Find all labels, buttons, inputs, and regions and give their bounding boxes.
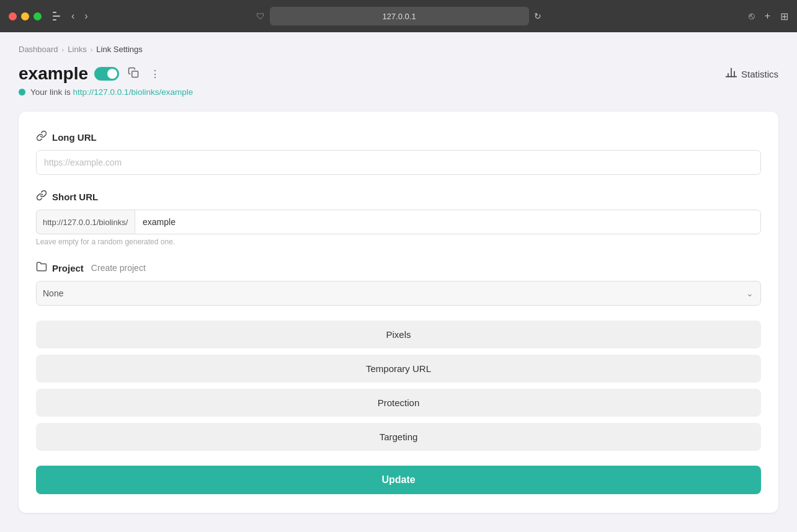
close-button[interactable]: [9, 12, 17, 20]
long-url-input[interactable]: [36, 150, 761, 175]
maximize-button[interactable]: [33, 12, 42, 20]
long-url-title: Long URL: [52, 132, 97, 143]
project-label: Project: [36, 261, 84, 275]
short-url-prefix-select[interactable]: http://127.0.0.1/biolinks/: [43, 218, 128, 227]
breadcrumb-current: Link Settings: [96, 45, 142, 54]
long-url-section: Long URL: [36, 130, 761, 175]
project-icon: [36, 261, 47, 275]
minimize-button[interactable]: [21, 12, 29, 20]
link-url-text: Your link is http://127.0.0.1/biolinks/e…: [30, 87, 193, 97]
copy-icon: [128, 67, 139, 78]
create-project-link[interactable]: Create project: [91, 263, 146, 273]
link-url-row: Your link is http://127.0.0.1/biolinks/e…: [19, 87, 778, 97]
statistics-button[interactable]: Statistics: [725, 66, 778, 82]
short-url-label: Short URL: [36, 190, 761, 203]
breadcrumb: Dashboard › Links › Link Settings: [19, 45, 778, 54]
update-button[interactable]: Update: [36, 466, 761, 494]
titlebar-right: ⎋ + ⊞: [749, 11, 788, 22]
temporary-url-section[interactable]: Temporary URL: [36, 355, 761, 383]
breadcrumb-links[interactable]: Links: [68, 45, 86, 54]
link-url-link[interactable]: http://127.0.0.1/biolinks/example: [73, 87, 194, 97]
link-toggle[interactable]: [94, 67, 119, 81]
project-select[interactable]: None: [36, 281, 761, 306]
short-url-row: http://127.0.0.1/biolinks/: [36, 210, 761, 234]
project-title: Project: [52, 263, 84, 273]
svg-rect-0: [132, 71, 138, 78]
forward-button[interactable]: ›: [82, 9, 90, 23]
address-bar[interactable]: [270, 7, 529, 25]
share-button[interactable]: ⎋: [749, 11, 755, 22]
breadcrumb-dashboard[interactable]: Dashboard: [19, 45, 58, 54]
more-options-button[interactable]: ⋮: [148, 66, 163, 82]
bar-chart-icon: [725, 66, 737, 79]
short-url-section: Short URL http://127.0.0.1/biolinks/ Lea…: [36, 190, 761, 246]
link-curve-icon: [36, 130, 47, 144]
breadcrumb-sep-1: ›: [62, 46, 65, 53]
address-bar-container: 🛡 ↻: [256, 7, 541, 25]
page-header-left: example ⋮: [19, 64, 163, 84]
page-header: example ⋮ Statistics: [19, 64, 778, 84]
traffic-lights: [9, 12, 42, 20]
project-section: Project Create project None: [36, 261, 761, 306]
protection-section[interactable]: Protection: [36, 389, 761, 417]
short-url-hint: Leave empty for a random generated one.: [36, 237, 761, 246]
settings-card: Long URL Short URL http://127.0.0.1/biol…: [19, 112, 778, 513]
breadcrumb-sep-2: ›: [91, 46, 93, 53]
link-label: Your link is: [30, 87, 71, 97]
targeting-section[interactable]: Targeting: [36, 423, 761, 451]
short-url-title: Short URL: [52, 192, 98, 202]
project-select-wrapper: None: [36, 281, 761, 306]
new-tab-button[interactable]: +: [765, 11, 770, 22]
grid-button[interactable]: ⊞: [780, 11, 788, 22]
short-url-prefix: http://127.0.0.1/biolinks/: [36, 210, 135, 234]
titlebar: ‹ › 🛡 ↻ ⎋ + ⊞: [0, 0, 797, 32]
back-button[interactable]: ‹: [69, 9, 77, 23]
sidebar-icon: [53, 12, 64, 20]
reload-button[interactable]: ↻: [534, 11, 541, 21]
main-content: Dashboard › Links › Link Settings exampl…: [0, 32, 797, 532]
pixels-section[interactable]: Pixels: [36, 321, 761, 348]
long-url-label: Long URL: [36, 130, 761, 144]
project-row: Project Create project: [36, 261, 761, 275]
statistics-label: Statistics: [741, 69, 778, 79]
short-url-slug-input[interactable]: [135, 210, 761, 234]
page-title: example: [19, 64, 88, 84]
short-link-icon: [36, 190, 47, 203]
sidebar-toggle-button[interactable]: [53, 12, 64, 20]
chart-icon: [725, 66, 737, 82]
copy-button[interactable]: [125, 64, 141, 83]
link-status-dot: [19, 89, 25, 95]
shield-icon: 🛡: [256, 11, 265, 21]
